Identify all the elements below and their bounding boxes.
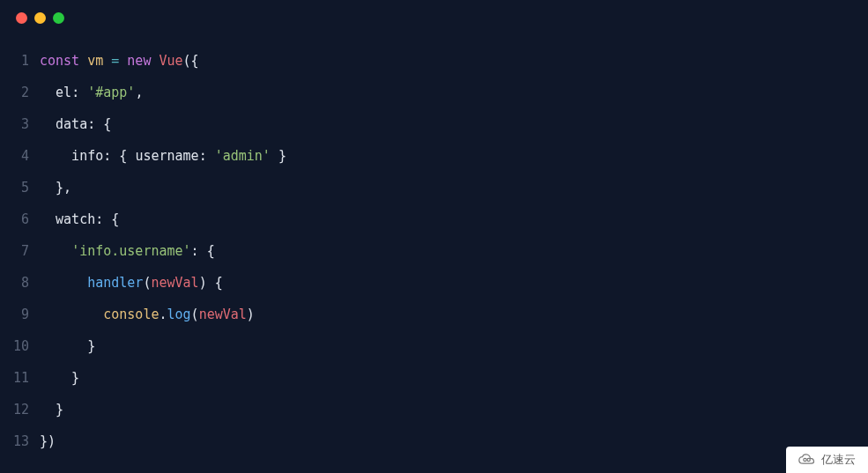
line-content: info: { username: 'admin' }: [40, 140, 286, 172]
line-number: 12: [0, 394, 40, 425]
svg-point-1: [807, 458, 810, 461]
code-token: Vue: [159, 53, 182, 69]
line-number: 2: [0, 77, 40, 108]
line-number: 3: [0, 108, 40, 140]
line-content: watch: {: [40, 203, 119, 235]
code-token: username: [135, 148, 198, 164]
code-token: .: [159, 307, 167, 322]
code-token: [40, 275, 87, 291]
line-number: 13: [0, 425, 40, 457]
minimize-icon[interactable]: [34, 12, 46, 24]
code-token: }: [40, 402, 63, 418]
line-content: el: '#app',: [40, 77, 143, 108]
line-content: }: [40, 330, 95, 362]
code-token: [79, 53, 87, 69]
code-line[interactable]: 5 },: [0, 172, 868, 203]
line-content: 'info.username': {: [40, 235, 215, 267]
code-token: vm: [87, 53, 103, 69]
line-content: }: [40, 362, 79, 394]
code-token: console: [103, 307, 159, 322]
code-token: : {: [103, 148, 135, 164]
watermark: 亿速云: [786, 447, 868, 473]
code-token: el: [40, 85, 71, 100]
code-token: '#app': [87, 85, 135, 100]
code-line[interactable]: 8 handler(newVal) {: [0, 267, 868, 299]
code-token: :: [71, 85, 87, 100]
svg-point-0: [804, 458, 806, 461]
code-line[interactable]: 6 watch: {: [0, 203, 868, 235]
window-controls: [0, 0, 868, 36]
line-content: data: {: [40, 108, 111, 140]
code-line[interactable]: 13}): [0, 425, 868, 457]
code-line[interactable]: 7 'info.username': {: [0, 235, 868, 267]
code-token: [40, 307, 103, 322]
line-content: const vm = new Vue({: [40, 45, 199, 77]
line-number: 9: [0, 299, 40, 330]
code-token: data: [40, 116, 87, 132]
code-token: : {: [87, 116, 111, 132]
code-token: }: [40, 338, 95, 354]
code-token: newVal: [199, 307, 247, 322]
code-line[interactable]: 11 }: [0, 362, 868, 394]
code-line[interactable]: 4 info: { username: 'admin' }: [0, 140, 868, 172]
code-line[interactable]: 3 data: {: [0, 108, 868, 140]
code-token: 'admin': [215, 148, 271, 164]
code-line[interactable]: 10 }: [0, 330, 868, 362]
line-number: 4: [0, 140, 40, 172]
code-token: [40, 243, 71, 259]
line-number: 10: [0, 330, 40, 362]
line-content: }): [40, 425, 56, 457]
line-number: 8: [0, 267, 40, 299]
line-number: 6: [0, 203, 40, 235]
code-token: }: [40, 370, 79, 386]
code-token: : {: [191, 243, 215, 259]
code-line[interactable]: 12 }: [0, 394, 868, 425]
line-number: 5: [0, 172, 40, 203]
code-token: :: [199, 148, 215, 164]
code-line[interactable]: 2 el: '#app',: [0, 77, 868, 108]
cloud-icon: [798, 454, 816, 466]
line-content: }: [40, 394, 63, 425]
code-token: }: [271, 148, 286, 164]
maximize-icon[interactable]: [53, 12, 64, 24]
code-token: 'info.username': [71, 243, 190, 259]
line-content: console.log(newVal): [40, 299, 255, 330]
code-token: ({: [183, 53, 199, 69]
code-token: =: [111, 53, 119, 69]
code-token: }): [40, 433, 56, 449]
close-icon[interactable]: [16, 12, 27, 24]
code-line[interactable]: 9 console.log(newVal): [0, 299, 868, 330]
code-token: const: [40, 53, 79, 69]
code-token: watch: [40, 211, 95, 227]
watermark-text: 亿速云: [821, 452, 856, 468]
line-number: 7: [0, 235, 40, 267]
code-line[interactable]: 1const vm = new Vue({: [0, 45, 868, 77]
code-token: [103, 53, 111, 69]
code-editor[interactable]: 1const vm = new Vue({2 el: '#app',3 data…: [0, 36, 868, 466]
line-number: 11: [0, 362, 40, 394]
code-token: },: [40, 180, 71, 196]
code-token: (: [191, 307, 199, 322]
code-token: handler: [87, 275, 143, 291]
code-token: log: [167, 307, 191, 322]
code-token: [119, 53, 127, 69]
code-token: ,: [135, 85, 143, 100]
code-token: newVal: [151, 275, 198, 291]
code-token: : {: [95, 211, 119, 227]
line-content: handler(newVal) {: [40, 267, 223, 299]
code-token: new: [127, 53, 151, 69]
code-token: ): [247, 307, 255, 322]
code-token: ) {: [199, 275, 223, 291]
code-token: info: [40, 148, 103, 164]
line-content: },: [40, 172, 71, 203]
line-number: 1: [0, 45, 40, 77]
